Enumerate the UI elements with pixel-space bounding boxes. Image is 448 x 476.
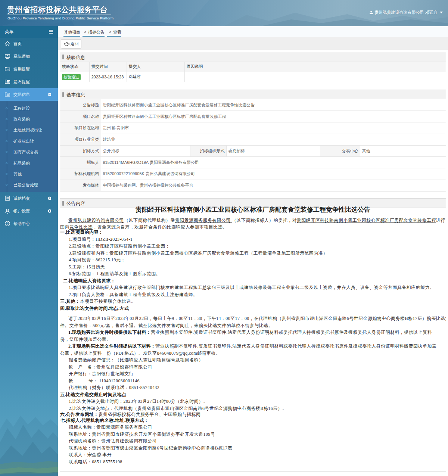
svg-text:?: ?	[7, 222, 9, 225]
